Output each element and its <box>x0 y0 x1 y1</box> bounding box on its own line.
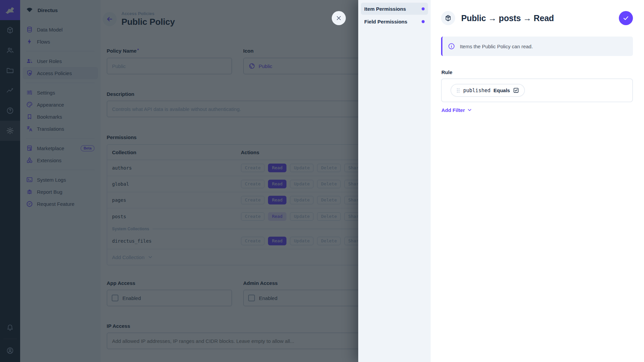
tab-item-permissions[interactable]: Item Permissions <box>361 3 428 15</box>
filter-operator[interactable]: Equals <box>493 87 510 93</box>
drag-handle-icon[interactable] <box>456 87 460 94</box>
rule-label: Rule <box>441 69 452 75</box>
chevron-down-icon <box>467 107 473 113</box>
close-icon <box>335 15 342 21</box>
save-button[interactable] <box>619 11 633 25</box>
drawer-header: Public → posts → Read <box>441 11 633 25</box>
drawer-content: Public → posts → Read Items the Public P… <box>431 0 644 362</box>
add-filter-button[interactable]: Add Filter <box>441 107 473 113</box>
drawer-title: Public → posts → Read <box>461 13 613 23</box>
rule-filter-box: published Equals <box>441 78 633 102</box>
add-filter-label: Add Filter <box>441 107 465 113</box>
check-icon <box>622 14 630 22</box>
filter-condition[interactable]: published Equals <box>450 84 525 97</box>
modal-overlay[interactable] <box>0 0 358 362</box>
tab-field-permissions[interactable]: Field Permissions <box>361 15 428 27</box>
edited-indicator-dot <box>422 20 425 23</box>
notice-text: Items the Public Policy can read. <box>460 44 533 49</box>
info-icon <box>448 43 455 50</box>
drawer-close-button[interactable] <box>332 11 346 25</box>
tab-label: Item Permissions <box>364 6 406 12</box>
edited-indicator-dot <box>422 7 425 10</box>
permissions-drawer: Item Permissions Field Permissions Publi… <box>358 0 644 362</box>
drawer-tab-sidebar: Item Permissions Field Permissions <box>358 0 431 362</box>
info-notice: Items the Public Policy can read. <box>441 37 633 56</box>
box-icon <box>441 11 455 25</box>
filter-field[interactable]: published <box>463 87 490 94</box>
checked-checkbox-icon[interactable] <box>513 87 519 94</box>
directus-app: Directus Data Model Flows User Roles Acc… <box>0 0 644 362</box>
tab-label: Field Permissions <box>364 19 407 24</box>
